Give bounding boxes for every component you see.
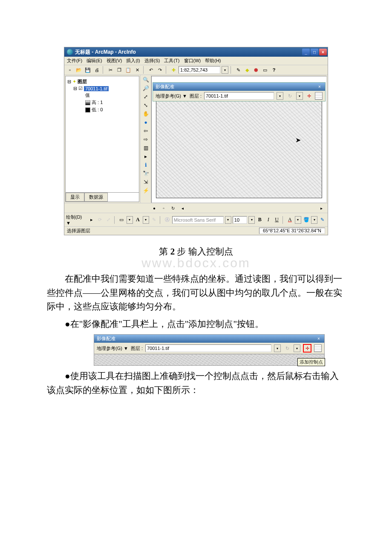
font-select[interactable]: Microsoft Sans Serif <box>172 216 224 224</box>
rotate-icon[interactable]: ↻ <box>286 92 294 100</box>
map-view[interactable]: 影像配准 × 地理参考(G) ▼ 图层 : 70011-1.tif ▾ ↻ ▾ … <box>151 76 327 203</box>
menu-tools[interactable]: 工具(T) <box>164 58 179 64</box>
toc-tab-display[interactable]: 显示 <box>66 193 84 202</box>
save-icon[interactable]: 💾 <box>84 66 92 74</box>
open-icon[interactable]: 📂 <box>75 66 83 74</box>
rotate-icon-2[interactable]: ↻ <box>283 344 291 352</box>
text-tool-icon[interactable]: A <box>134 216 141 224</box>
link-table-icon[interactable] <box>315 92 323 100</box>
menu-file[interactable]: 文件(F) <box>67 58 82 64</box>
select-element-icon[interactable]: ▸ <box>88 216 95 224</box>
add-control-point-icon-highlighted[interactable]: ✛ <box>303 344 311 353</box>
add-control-point-icon[interactable]: ✛ <box>306 92 312 99</box>
menu-select[interactable]: 选择(S) <box>144 58 160 64</box>
bold-icon[interactable]: B <box>256 216 263 224</box>
georef-layer-input-2[interactable]: 70011-1.tif <box>145 344 271 352</box>
italic-icon[interactable]: I <box>265 216 272 224</box>
shape-dropdown-icon[interactable]: ▾ <box>127 216 133 224</box>
editor-toolbar-icon[interactable]: ✎ <box>234 66 242 74</box>
full-extent-icon[interactable]: ● <box>142 119 150 126</box>
rotate-dd-2[interactable]: ▾ <box>294 344 300 352</box>
select-features-icon[interactable]: ▥ <box>142 144 150 152</box>
font-color-icon[interactable]: Ⓐ <box>164 216 171 224</box>
size-dropdown-icon[interactable]: ▾ <box>248 216 255 224</box>
select-elements-icon[interactable]: ▸ <box>142 153 150 160</box>
prev-extent-icon[interactable]: ⇦ <box>142 127 150 135</box>
zoom-in-icon[interactable]: 🔍 <box>142 76 150 84</box>
toolbar-close-icon[interactable]: × <box>317 84 323 90</box>
toolbox-icon[interactable]: ⬢ <box>252 66 260 74</box>
scroll-left-icon[interactable]: ◂ <box>179 204 186 212</box>
menu-edit[interactable]: 编辑(E) <box>86 58 102 64</box>
rectangle-tool-icon[interactable]: ▭ <box>118 216 125 224</box>
add-data-icon[interactable]: ✚ <box>170 66 177 74</box>
fc-dd[interactable]: ▾ <box>295 216 301 224</box>
toc-tab-source[interactable]: 数据源 <box>84 193 108 202</box>
scale-input[interactable]: 1:82,752,743 <box>179 66 220 74</box>
redo-icon[interactable]: ↷ <box>156 66 164 74</box>
identify-icon[interactable]: ℹ <box>142 161 150 169</box>
fill-dd[interactable]: ▾ <box>311 216 317 224</box>
collapse-icon[interactable]: ⊟ <box>67 79 71 84</box>
maximize-button[interactable]: □ <box>311 49 318 55</box>
scroll-right-icon[interactable]: ▸ <box>317 204 325 212</box>
delete-icon[interactable]: ✕ <box>133 66 141 74</box>
layout-view-icon[interactable]: ▫ <box>160 204 167 212</box>
font-color-dropdown-icon[interactable]: A <box>286 216 294 224</box>
menu-insert[interactable]: 插入(I) <box>126 58 140 64</box>
line-color-icon[interactable]: ✎ <box>319 216 326 224</box>
fill-color-icon[interactable]: 🪣 <box>303 216 310 224</box>
scale-dropdown-icon[interactable]: ▾ <box>222 66 228 74</box>
georef-menu[interactable]: 地理参考(G) ▼ <box>156 93 187 99</box>
georef-layer-input[interactable]: 70011-1.tif <box>204 92 274 100</box>
raster-low-swatch <box>85 107 90 113</box>
paste-icon[interactable]: 📋 <box>124 66 132 74</box>
close-button[interactable]: × <box>319 49 327 55</box>
georef-layer-dropdown-icon[interactable]: ▾ <box>277 92 283 100</box>
menu-view[interactable]: 视图(V) <box>107 58 122 64</box>
bullet-2: ●使用该工具在扫描图上准确到找一个控制点点击，然后鼠标右击输入该点实际的坐标位置… <box>47 369 345 397</box>
text-dropdown-icon[interactable]: ▾ <box>143 216 149 224</box>
zoom-to-selected-icon[interactable]: ⤢ <box>105 216 112 224</box>
fixed-zoom-out-icon[interactable]: ⤡ <box>142 101 150 109</box>
catalog-icon[interactable]: ◆ <box>243 66 251 74</box>
layer-checkbox[interactable]: ☑ <box>78 86 83 91</box>
table-of-contents: ⊟✦图层 ⊟☑70011-1.tif 值 高 : 1 低 : 0 显示 数据源 <box>65 76 139 202</box>
data-view-icon[interactable]: ● <box>150 204 158 212</box>
pan-icon[interactable]: ✋ <box>142 110 150 118</box>
measure-icon[interactable]: ⚡ <box>142 187 150 194</box>
help-icon[interactable]: ? <box>270 66 278 74</box>
toolbar-close-icon-2[interactable]: × <box>316 336 322 341</box>
edit-vertices-icon[interactable]: ✎ <box>150 216 158 224</box>
underline-icon[interactable]: U <box>273 216 280 224</box>
fixed-zoom-in-icon[interactable]: ⤢ <box>142 93 150 101</box>
refresh-icon[interactable]: ↻ <box>169 204 177 212</box>
rotate-element-icon[interactable]: ⟳ <box>96 216 104 224</box>
draw-menu[interactable]: 绘制(D) ▼ <box>66 214 86 225</box>
copy-icon[interactable]: ❐ <box>115 66 123 74</box>
menu-window[interactable]: 窗口(W) <box>184 58 201 64</box>
link-table-icon-2[interactable] <box>314 344 322 352</box>
window-icon[interactable]: ▭ <box>261 66 269 74</box>
next-extent-icon[interactable]: ⇨ <box>142 136 150 143</box>
font-dropdown-icon[interactable]: ▾ <box>225 216 231 224</box>
arcmap-window-screenshot: 无标题 - ArcMap - ArcInfo _ □ × 文件(F) 编辑(E)… <box>64 47 328 235</box>
menu-help[interactable]: 帮助(H) <box>205 58 221 64</box>
georef-layer-dropdown-2[interactable]: ▾ <box>274 344 281 352</box>
new-icon[interactable]: ▫ <box>66 66 74 74</box>
toc-high: 高 : 1 <box>92 99 103 106</box>
undo-icon[interactable]: ↶ <box>147 66 155 74</box>
paragraph-1: 在配准中我们需要知道一些特殊点的坐标。通过读图，我们可以得到一些控件点——公里网… <box>47 272 345 314</box>
toc-layer[interactable]: 70011-1.tif <box>84 86 109 91</box>
minimize-button[interactable]: _ <box>302 49 310 55</box>
print-icon[interactable]: 🖨 <box>93 66 101 74</box>
rotate-dropdown-icon[interactable]: ▾ <box>296 92 303 100</box>
collapse-icon[interactable]: ⊟ <box>73 86 77 91</box>
find-icon[interactable]: 🔭 <box>142 170 150 177</box>
georef-menu-2[interactable]: 地理参考(G) ▼ <box>97 345 128 352</box>
goto-xy-icon[interactable]: ⇲ <box>142 178 150 186</box>
cut-icon[interactable]: ✂ <box>107 66 114 74</box>
step-heading: 第 2 步 输入控制点 <box>47 246 345 257</box>
font-size-input[interactable]: 10 <box>233 216 247 224</box>
zoom-out-icon[interactable]: 🔎 <box>142 84 150 92</box>
